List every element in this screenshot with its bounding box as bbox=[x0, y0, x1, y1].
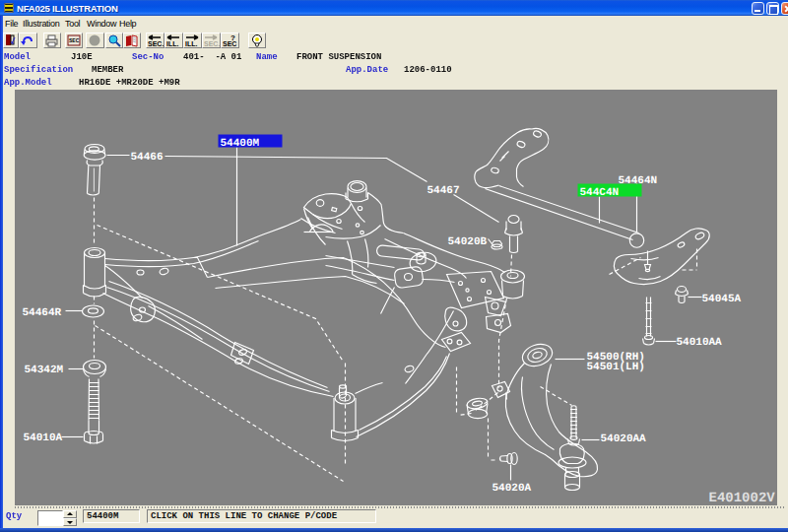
svg-text:54464R: 54464R bbox=[23, 307, 62, 319]
svg-text:54010AA: 54010AA bbox=[677, 337, 723, 349]
svg-text:54400M: 54400M bbox=[221, 138, 260, 150]
svg-text:SEC: SEC bbox=[223, 40, 236, 47]
svg-text:54010A: 54010A bbox=[24, 432, 63, 444]
svg-text:544C4N: 544C4N bbox=[580, 187, 620, 199]
svg-text:54466: 54466 bbox=[131, 152, 164, 164]
svg-text:54045A: 54045A bbox=[702, 294, 742, 305]
svg-text:SEC.: SEC. bbox=[148, 40, 164, 47]
svg-text:54467: 54467 bbox=[427, 185, 460, 197]
svg-text:54342M: 54342M bbox=[25, 365, 64, 376]
svg-text:ILL.: ILL. bbox=[166, 40, 178, 47]
svg-text:54020AA: 54020AA bbox=[601, 433, 647, 445]
svg-text:54020A: 54020A bbox=[492, 483, 532, 495]
svg-text:54020B: 54020B bbox=[448, 236, 488, 248]
svg-text:ILL.: ILL. bbox=[185, 40, 197, 47]
svg-text:54501(LH): 54501(LH) bbox=[587, 362, 645, 373]
svg-text:E401002V: E401002V bbox=[709, 491, 776, 506]
svg-text:SEC: SEC bbox=[69, 37, 80, 43]
svg-text:SEC.: SEC. bbox=[204, 40, 220, 47]
